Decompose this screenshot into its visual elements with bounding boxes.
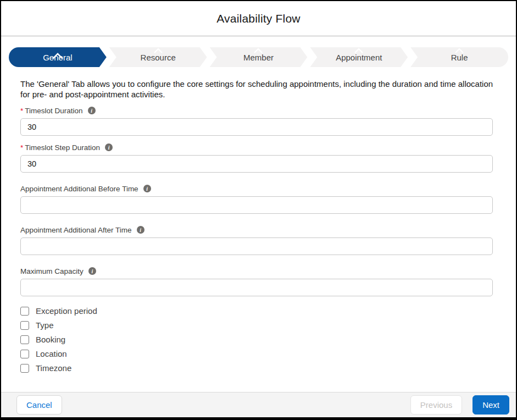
appointment-additional-after-time-input[interactable] (20, 237, 493, 255)
info-icon[interactable]: i (105, 143, 113, 151)
path-step-label: Member (243, 53, 274, 62)
timezone-checkbox[interactable] (20, 364, 29, 373)
field-label: Appointment Additional Before Time i (20, 185, 497, 193)
checkbox-row-booking[interactable]: Booking (20, 333, 497, 347)
field-maximum-capacity: Maximum Capacity i (20, 267, 497, 296)
field-label-text: Maximum Capacity (20, 267, 84, 275)
checkbox-label: Exception period (36, 306, 97, 316)
checkbox-row-location[interactable]: Location (20, 347, 497, 361)
wizard-path: General Resource Member Appointment Rule (9, 47, 508, 67)
field-timeslot-duration: * Timeslot Duration i (20, 107, 497, 136)
tab-description: The 'General' Tab allows you to configur… (20, 79, 497, 100)
previous-button[interactable]: Previous (410, 395, 462, 415)
checkbox-label: Booking (36, 335, 65, 344)
field-label: Maximum Capacity i (20, 267, 497, 275)
general-form: * Timeslot Duration i * Timeslot Step Du… (20, 107, 497, 375)
option-checkbox-list: Exception period Type Booking Location T… (20, 304, 497, 375)
path-step-label: Appointment (336, 53, 382, 62)
booking-checkbox[interactable] (20, 335, 29, 344)
timeslot-duration-input[interactable] (20, 118, 493, 136)
path-step-general[interactable]: General (9, 47, 107, 67)
field-label: * Timeslot Duration i (20, 107, 497, 115)
location-checkbox[interactable] (20, 350, 29, 358)
required-asterisk: * (20, 143, 23, 152)
field-appointment-additional-after-time: Appointment Additional After Time i (20, 226, 497, 255)
checkbox-label: Type (36, 320, 54, 330)
path-step-resource[interactable]: Resource (109, 47, 207, 67)
cancel-button[interactable]: Cancel (16, 395, 62, 415)
required-asterisk: * (20, 107, 23, 115)
info-icon[interactable]: i (137, 226, 144, 234)
path-step-label: Resource (141, 53, 176, 62)
page-title: Availability Flow (216, 12, 300, 25)
checkbox-label: Timezone (36, 363, 71, 373)
maximum-capacity-input[interactable] (20, 279, 493, 296)
path-step-label: Rule (451, 53, 468, 62)
field-label-text: Appointment Additional Before Time (20, 185, 138, 193)
next-button[interactable]: Next (472, 395, 509, 415)
field-appointment-additional-before-time: Appointment Additional Before Time i (20, 185, 497, 214)
checkbox-row-type[interactable]: Type (20, 318, 497, 333)
field-label: Appointment Additional After Time i (20, 226, 497, 234)
path-step-member[interactable]: Member (210, 47, 308, 67)
checkbox-label: Location (36, 349, 67, 358)
availability-flow-window: { "header": { "title": "Availability Flo… (0, 0, 517, 420)
info-icon[interactable]: i (143, 185, 151, 192)
field-timeslot-step-duration: * Timeslot Step Duration i (20, 143, 497, 173)
field-label: * Timeslot Step Duration i (20, 143, 497, 152)
info-icon[interactable]: i (88, 107, 96, 114)
path-step-appointment[interactable]: Appointment (310, 47, 408, 67)
field-label-text: Appointment Additional After Time (20, 226, 132, 234)
dialog-footer: Cancel Previous Next (1, 392, 516, 417)
path-step-label: General (43, 53, 72, 62)
type-checkbox[interactable] (20, 321, 29, 330)
checkbox-row-timezone[interactable]: Timezone (20, 361, 497, 375)
path-step-rule[interactable]: Rule (410, 47, 508, 67)
exception-period-checkbox[interactable] (20, 307, 29, 316)
field-label-text: Timeslot Duration (25, 107, 82, 115)
checkbox-row-exception-period[interactable]: Exception period (20, 304, 497, 318)
field-label-text: Timeslot Step Duration (25, 143, 100, 152)
info-icon[interactable]: i (88, 267, 96, 275)
timeslot-step-duration-input[interactable] (20, 155, 493, 173)
appointment-additional-before-time-input[interactable] (20, 196, 493, 214)
dialog-header: Availability Flow (1, 1, 516, 36)
